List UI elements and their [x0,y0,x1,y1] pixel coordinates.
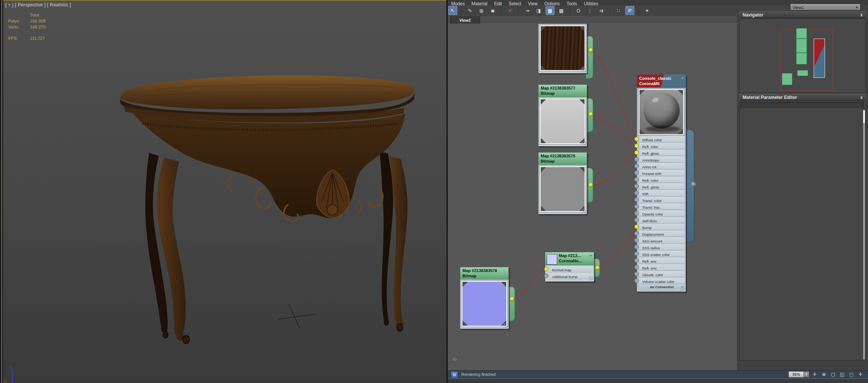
slot-socket[interactable] [634,184,639,189]
material-slot[interactable]: Transl. frac. [639,203,685,210]
parameter-editor-scrollbar[interactable] [863,110,865,359]
material-slot[interactable]: Anisotropy [639,156,685,163]
slot-socket[interactable] [634,224,639,229]
slot-socket[interactable] [544,274,549,278]
select-tool-button[interactable]: ↖ [448,6,457,15]
material-node-header[interactable]: Console_classic CoronaMtl − [637,75,686,88]
bitmap-preview-mid-gray[interactable] [540,166,586,212]
material-slot[interactable]: Bump [639,224,685,230]
select-tool-options-button[interactable]: ∷ [614,6,623,15]
slot-socket[interactable] [634,251,639,256]
find-icon[interactable]: ○○ [452,356,456,362]
close-icon[interactable]: x [860,94,863,101]
slot-socket[interactable] [634,218,639,222]
material-slot[interactable]: Refl. gloss. [639,150,685,156]
material-slot[interactable]: Displacement [639,230,685,237]
material-slot[interactable]: Volume scatter color [639,278,685,284]
slot-socket[interactable] [634,231,639,236]
slot-socket[interactable] [634,278,639,283]
node-graph-canvas[interactable]: Bitmap Map #2138383577 Bitmap [448,24,737,370]
material-slot[interactable]: Fresnel IOR [639,170,685,176]
minimize-node-icon[interactable]: − [590,253,592,258]
parameter-search-input[interactable] [741,102,864,109]
material-slot[interactable]: IOR [639,190,685,196]
slot-socket[interactable] [634,157,639,162]
viewport-label-menu[interactable]: [ + ] [ Perspective ] [ Realistic ] [5,2,71,7]
pan-to-selected-icon[interactable]: ✛ [857,371,864,377]
zoom-tool-icon[interactable]: ⊕ [820,371,828,377]
slot-socket[interactable] [634,211,639,215]
zoom-extents-selected-icon[interactable]: ◰ [848,371,855,377]
minimize-node-icon[interactable]: − [682,75,684,81]
material-slot[interactable]: Refr. gloss. [639,183,685,190]
delete-selected-button[interactable]: ✕ [506,6,515,15]
zoom-level-value[interactable]: 95% [789,371,804,377]
node-header[interactable]: Bitmap [538,24,587,24]
assign-material-to-selection-button[interactable]: ◍ [477,6,486,15]
material-slot[interactable]: SSS radius [639,244,685,250]
material-slot[interactable]: Refr. env. [639,264,685,271]
bitmap-preview-light-gray[interactable] [540,98,586,144]
slot-socket[interactable] [634,197,639,202]
slot-socket[interactable] [634,238,639,242]
slot-socket[interactable] [634,258,639,263]
move-children-button[interactable]: ⇥ [523,6,532,15]
slot-socket[interactable] [634,204,639,209]
output-socket-corona-normal[interactable] [595,265,600,270]
put-material-to-scene-button[interactable]: ◙ [488,6,497,15]
material-slot[interactable]: SSS amount [639,237,685,244]
render-map-button[interactable]: ✶ [643,6,652,15]
zoom-region-icon[interactable]: ▢ [829,371,837,377]
output-socket-refl-bitmap[interactable] [588,112,593,117]
material-slot[interactable]: Refl. color [639,143,685,149]
node-header[interactable]: Map #2138383577 Bitmap [538,85,587,97]
show-shaded-material-in-viewport-button[interactable]: ▦ [546,6,555,15]
output-socket-gloss-bitmap[interactable] [588,183,593,187]
normal-node-slot[interactable]: Normal map [549,266,593,272]
slot-socket[interactable] [634,265,639,269]
material-preview-button[interactable]: P [625,6,634,15]
pick-material-from-object-button[interactable]: ✎ [465,6,474,15]
pan-view-icon[interactable]: ✛ [811,371,819,377]
node-bitmap-refl-color[interactable]: Map #2138383577 Bitmap [538,84,587,147]
slot-socket[interactable] [634,144,639,148]
output-socket-normal-bitmap[interactable] [510,296,515,301]
options-button[interactable]: O [574,6,583,15]
perspective-viewport[interactable]: [ + ] [ Perspective ] [ Realistic ] Tota… [0,0,446,383]
material-sphere-preview[interactable] [638,89,684,135]
node-header[interactable]: Map #213... CoronaNo... − [545,252,594,265]
navigator-minimap[interactable] [739,19,866,93]
node-corona-normal[interactable]: Map #213... CoronaNo... − Normal map Add… [545,252,594,282]
material-slot[interactable]: Refl. env. [639,257,685,264]
node-bitmap-refl-gloss[interactable]: Map #2138383576 Bitmap [538,152,587,214]
zoom-extents-icon[interactable]: ◱ [838,371,846,377]
layout-children-button[interactable]: ⇉ [597,6,606,15]
slot-socket[interactable] [634,191,639,195]
parameter-editor-title-bar[interactable]: Material Parameter Editor x [739,94,866,101]
tab-view1[interactable]: View1 [450,16,480,24]
slot-socket[interactable] [634,177,639,182]
node-header[interactable]: Map #2138383578 Bitmap [460,267,509,280]
expand-icon[interactable]: + [681,284,683,290]
normal-node-slot[interactable]: Additional bump [549,273,593,279]
slot-socket[interactable] [634,150,639,155]
hide-unused-nodeslots-button[interactable]: ◨ [534,6,543,15]
material-slot[interactable]: Refr. color [639,177,685,183]
bitmap-preview-normal-map[interactable] [461,281,507,327]
slot-socket[interactable] [634,171,639,175]
view-selector-dropdown[interactable]: View1 ▾ [790,4,861,10]
show-background-button[interactable]: ▩ [557,6,566,15]
material-slot[interactable]: SSS scatter color [639,251,685,257]
close-icon[interactable]: x [860,12,863,19]
navigator-title-bar[interactable]: Navigator x [739,11,866,19]
node-bitmap-normal[interactable]: Map #2138383578 Bitmap [460,267,509,329]
material-slot[interactable]: Opacity color [639,210,685,217]
node-bitmap-diffuse[interactable]: Bitmap [538,24,587,73]
material-slot[interactable]: Self-illum. [639,217,685,223]
material-slot[interactable]: Transl. color [639,197,685,203]
slot-socket[interactable] [634,272,639,276]
slot-socket[interactable] [634,164,639,168]
table-model[interactable] [0,0,446,383]
layout-all-vertical-button[interactable]: ⋮ [585,6,594,15]
slot-socket[interactable] [634,245,639,249]
